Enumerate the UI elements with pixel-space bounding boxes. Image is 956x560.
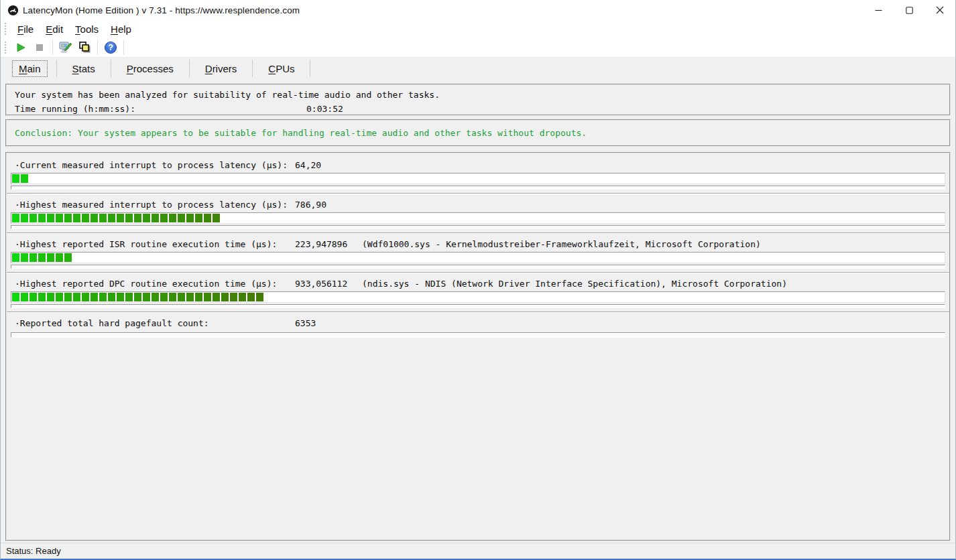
menu-help[interactable]: Help bbox=[105, 22, 137, 36]
measurement-row: ·Highest reported DPC routine execution … bbox=[7, 273, 949, 308]
stop-icon[interactable] bbox=[30, 39, 49, 56]
status-text: Status: Ready bbox=[6, 546, 61, 556]
menubar-gripper[interactable] bbox=[5, 23, 8, 35]
latency-bar-segment bbox=[99, 214, 107, 222]
latency-bar-segment bbox=[38, 214, 46, 222]
minimize-icon[interactable] bbox=[863, 0, 894, 20]
latency-bar-segment bbox=[195, 214, 202, 222]
status-bar: Status: Ready bbox=[1, 543, 955, 559]
latency-bar-segment bbox=[29, 214, 37, 222]
latency-bar-segment bbox=[73, 293, 80, 301]
latency-bar-segment bbox=[152, 293, 159, 301]
measurement-label: ·Current measured interrupt to process l… bbox=[15, 160, 288, 170]
svg-text:?: ? bbox=[108, 43, 113, 52]
tab-processes[interactable]: Processes bbox=[111, 58, 189, 79]
latency-bar-segment bbox=[12, 293, 19, 301]
toolbar: ? bbox=[1, 38, 955, 58]
measurements-panel: ·Current measured interrupt to process l… bbox=[5, 152, 951, 541]
window-controls bbox=[863, 0, 955, 20]
latency-bar-segment bbox=[56, 253, 63, 262]
latency-bar-segment bbox=[204, 293, 211, 301]
analysis-line: Your system has been analyzed for suitab… bbox=[15, 88, 949, 102]
latency-bar-track bbox=[11, 332, 945, 338]
latency-bar-segment bbox=[239, 293, 246, 301]
latency-bar-segment bbox=[47, 293, 54, 301]
latency-bar-segment bbox=[21, 293, 28, 301]
latency-bar-track bbox=[11, 186, 945, 190]
measurement-row: ·Highest measured interrupt to process l… bbox=[7, 194, 949, 229]
latency-bar-segment bbox=[38, 253, 46, 262]
measurement-driver-info: (Wdf01000.sys - Kernelmodustreiber-Frame… bbox=[362, 237, 761, 251]
latency-bar-segment bbox=[99, 293, 107, 301]
latency-bar-segment bbox=[108, 214, 115, 222]
latency-bar-segment bbox=[169, 293, 176, 301]
window-title: LatencyMon (Home Edition ) v 7.31 - http… bbox=[23, 5, 300, 15]
latency-bar-segment bbox=[186, 293, 194, 301]
tab-cpus[interactable]: CPUs bbox=[253, 58, 310, 79]
latency-bar-segment bbox=[160, 214, 168, 222]
latency-bar-segment bbox=[21, 253, 28, 262]
latency-bar-segment bbox=[82, 293, 89, 301]
latency-bar-segment bbox=[12, 253, 19, 262]
latency-bar-segment bbox=[108, 293, 115, 301]
latency-bar-segment bbox=[47, 253, 54, 262]
toolbar-gripper[interactable] bbox=[5, 42, 8, 54]
toolbar-separator bbox=[52, 40, 53, 55]
tab-stats[interactable]: Stats bbox=[57, 58, 111, 79]
time-running-label: Time running (h:mm:ss): bbox=[15, 104, 135, 114]
latency-bar-segment bbox=[56, 214, 63, 222]
latency-bar-segment bbox=[213, 214, 220, 222]
latency-bar-segment bbox=[125, 214, 133, 222]
measurement-value: 6353 bbox=[295, 316, 316, 330]
measurement-label: ·Reported total hard pagefault count: bbox=[15, 318, 209, 328]
measurement-row: ·Reported total hard pagefault count: 63… bbox=[7, 313, 949, 338]
measurement-value: 933,056112 bbox=[295, 277, 347, 291]
tab-main[interactable]: Main bbox=[3, 58, 56, 79]
latency-bar-segment bbox=[247, 293, 255, 301]
close-icon[interactable] bbox=[924, 0, 955, 20]
measurement-value: 223,947896 bbox=[295, 237, 347, 251]
toolbar-separator bbox=[97, 40, 98, 55]
play-icon[interactable] bbox=[11, 39, 30, 56]
maximize-icon[interactable] bbox=[894, 0, 924, 20]
latency-bar-segment bbox=[82, 214, 89, 222]
latency-bar bbox=[11, 291, 945, 303]
latency-bar-segment bbox=[117, 293, 124, 301]
latency-bar-segment bbox=[38, 293, 46, 301]
conclusion-panel: Conclusion: Your system appears to be su… bbox=[5, 119, 951, 147]
latency-bar-segment bbox=[91, 214, 98, 222]
latency-bar-segment bbox=[21, 214, 28, 222]
measurement-label: ·Highest reported ISR routine execution … bbox=[15, 239, 277, 249]
tab-drivers[interactable]: Drivers bbox=[190, 58, 253, 79]
menu-edit[interactable]: Edit bbox=[40, 22, 69, 36]
analyze-report-icon[interactable] bbox=[56, 39, 75, 56]
latency-bar-segment bbox=[21, 174, 28, 183]
latency-bar-track bbox=[11, 265, 945, 269]
latency-bar-segment bbox=[204, 214, 211, 222]
latency-bar-segment bbox=[160, 293, 168, 301]
latency-bar-segment bbox=[221, 293, 229, 301]
latency-bar-segment bbox=[143, 293, 150, 301]
measurement-driver-info: (ndis.sys - NDIS (Network Driver Interfa… bbox=[362, 277, 787, 291]
latency-bar-segment bbox=[12, 174, 19, 183]
latency-bar-segment bbox=[152, 214, 159, 222]
menu-file[interactable]: File bbox=[11, 22, 40, 36]
latency-bar-segment bbox=[230, 293, 237, 301]
measurement-label: ·Highest measured interrupt to process l… bbox=[15, 200, 288, 210]
copy-pages-icon[interactable] bbox=[75, 39, 94, 56]
menu-tools[interactable]: Tools bbox=[69, 22, 105, 36]
toolbar-separator bbox=[123, 40, 124, 55]
latency-bar bbox=[11, 212, 945, 224]
latency-bar-segment bbox=[178, 214, 185, 222]
latency-bar-segment bbox=[125, 293, 133, 301]
latency-bar-segment bbox=[195, 293, 202, 301]
time-running-value: 0:03:52 bbox=[306, 102, 343, 116]
latency-bar-segment bbox=[186, 214, 194, 222]
latency-bar-segment bbox=[12, 214, 19, 222]
latency-bar-segment bbox=[169, 214, 176, 222]
latency-bar-segment bbox=[213, 293, 220, 301]
latency-bar-segment bbox=[29, 253, 37, 262]
latency-bar-segment bbox=[178, 293, 185, 301]
latency-bar-track bbox=[11, 225, 945, 229]
help-icon[interactable]: ? bbox=[101, 39, 120, 56]
